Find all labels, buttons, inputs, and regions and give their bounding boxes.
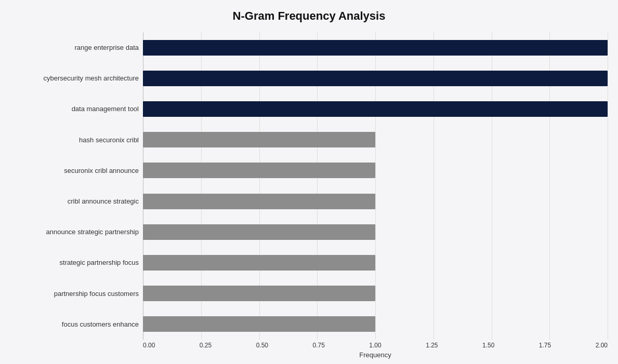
bar-row [143, 253, 608, 273]
bar-row [143, 284, 608, 303]
x-axis-label: 0.00 [143, 342, 155, 349]
bar-row [143, 130, 608, 150]
chart-container: N-Gram Frequency Analysis range enterpri… [0, 0, 618, 364]
x-axis-label: 2.00 [596, 342, 608, 349]
bar-row [143, 38, 608, 58]
grid-line [608, 32, 608, 340]
y-label: range enterprise data [74, 36, 139, 59]
bar-row [143, 69, 608, 88]
y-label: partnership focus customers [54, 282, 139, 305]
x-axis-label: 0.25 [200, 342, 212, 349]
y-label: data management tool [72, 98, 139, 120]
bar [143, 255, 375, 271]
bar [143, 316, 375, 332]
plot-area [143, 32, 608, 340]
bar [143, 286, 375, 301]
x-axis-labels: 0.000.250.500.751.001.251.501.752.00 [143, 342, 608, 349]
bar [143, 101, 608, 117]
x-axis-label: 1.50 [482, 342, 494, 349]
bar [143, 224, 375, 240]
y-label: cribl announce strategic [68, 190, 139, 213]
bar [143, 132, 375, 147]
x-axis-label: 1.25 [426, 342, 438, 349]
x-axis-spacer [10, 342, 143, 359]
x-axis-label: 0.75 [312, 342, 324, 349]
y-label: focus customers enhance [62, 313, 139, 335]
bar-rows [143, 32, 608, 340]
y-label: securonix cribl announce [64, 159, 139, 182]
y-label: announce strategic partnership [46, 221, 139, 244]
bar [143, 163, 375, 178]
y-label: hash securonix cribl [79, 128, 139, 151]
y-labels: range enterprise datacybersecurity mesh … [10, 32, 143, 340]
bar-row [143, 160, 608, 180]
bars-section: range enterprise datacybersecurity mesh … [10, 32, 608, 340]
bar-row [143, 222, 608, 242]
y-label: cybersecurity mesh architecture [43, 67, 139, 90]
y-label: strategic partnership focus [60, 251, 139, 274]
x-axis-label: 1.75 [539, 342, 551, 349]
bar-row [143, 192, 608, 211]
bar [143, 71, 608, 86]
x-axis-title: Frequency [143, 351, 608, 359]
bar [143, 40, 608, 56]
x-axis-label: 0.50 [256, 342, 268, 349]
x-axis-label: 1.00 [369, 342, 381, 349]
bar-row [143, 99, 608, 119]
bar [143, 194, 375, 209]
x-axis-section: 0.000.250.500.751.001.251.501.752.00 Fre… [10, 342, 608, 359]
chart-title: N-Gram Frequency Analysis [233, 9, 386, 23]
bar-row [143, 314, 608, 334]
chart-area: range enterprise datacybersecurity mesh … [10, 32, 608, 359]
